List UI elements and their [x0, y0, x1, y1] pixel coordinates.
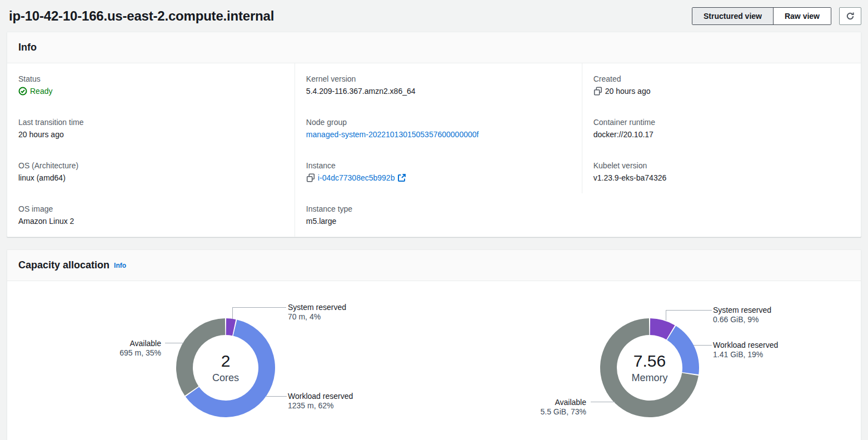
field-label: Kernel version — [306, 73, 571, 84]
cpu-label-system-reserved: System reserved 70 m, 4% — [288, 303, 346, 322]
field-label: Container runtime — [593, 117, 850, 128]
leader-line — [666, 310, 712, 311]
leader-line — [232, 307, 233, 319]
capacity-allocation-panel: Capacity allocation Info 2 Cores System … — [7, 249, 861, 440]
check-circle-icon — [18, 87, 27, 96]
donut-slice-workload-reserved — [667, 326, 699, 374]
copy-icon[interactable] — [306, 173, 315, 182]
field-label: Last transition time — [18, 117, 283, 128]
field-label: OS (Architecture) — [18, 160, 283, 171]
memory-donut-chart: 7.56 Memory — [600, 318, 699, 417]
field-container-runtime: Container runtime docker://20.10.17 — [582, 107, 861, 150]
cpu-donut-chart: 2 Cores — [176, 318, 275, 417]
field-value: 5.4.209-116.367.amzn2.x86_64 — [306, 86, 571, 97]
capacity-info-link[interactable]: Info — [114, 262, 126, 269]
info-row: OS (Architecture) linux (amd64) Instance… — [7, 150, 861, 193]
structured-view-button[interactable]: Structured view — [692, 8, 773, 24]
cpu-label-workload-reserved: Workload reserved 1235 m, 62% — [288, 392, 353, 411]
info-row: Last transition time 20 hours ago Node g… — [7, 107, 861, 150]
field-created: Created 20 hours ago — [582, 63, 861, 107]
field-value: m5.large — [306, 216, 571, 227]
field-value: v1.23.9-eks-ba74326 — [593, 172, 850, 183]
field-kernel-version: Kernel version 5.4.209-116.367.amzn2.x86… — [295, 63, 582, 107]
field-value: 20 hours ago — [18, 129, 283, 140]
info-grid: Status Ready Kernel version 5.4.209-116.… — [7, 63, 861, 237]
info-panel-header: Info — [7, 32, 861, 63]
page-header: ip-10-42-10-166.us-east-2.compute.intern… — [0, 0, 868, 32]
memory-donut-svg — [600, 318, 699, 417]
info-panel: Info Status Ready Kernel version 5.4. — [7, 32, 861, 237]
info-panel-title: Info — [18, 42, 37, 53]
field-os-image: OS image Amazon Linux 2 — [7, 193, 295, 237]
field-label: Kubelet version — [593, 160, 850, 171]
leader-line — [232, 307, 286, 308]
field-label: OS image — [18, 203, 283, 214]
refresh-icon — [846, 12, 855, 21]
capacity-charts: 2 Cores System reserved 70 m, 4% Availab… — [7, 281, 861, 440]
field-label: Created — [593, 73, 850, 84]
external-link-icon[interactable] — [397, 173, 406, 182]
leader-line — [666, 310, 666, 321]
empty-cell — [582, 193, 861, 237]
info-row: Status Ready Kernel version 5.4.209-116.… — [7, 63, 861, 107]
field-label: Status — [18, 73, 283, 84]
field-label: Node group — [306, 117, 571, 128]
view-toggle: Structured view Raw view — [692, 7, 831, 25]
field-value: linux (amd64) — [18, 172, 283, 183]
capacity-panel-title: Capacity allocation — [18, 259, 109, 271]
header-actions: Structured view Raw view — [692, 7, 861, 25]
leader-line — [591, 402, 615, 402]
memory-label-available: Available 5.5 GiB, 73% — [541, 398, 587, 417]
field-kubelet-version: Kubelet version v1.23.9-eks-ba74326 — [582, 150, 861, 193]
cpu-donut-svg — [176, 318, 275, 417]
cpu-label-available: Available 695 m, 35% — [119, 339, 161, 358]
memory-label-workload-reserved: Workload reserved 1.41 GiB, 19% — [713, 341, 778, 359]
field-instance: Instance i-04dc77308ec5b992b — [295, 150, 582, 193]
node-group-link[interactable]: managed-system-2022101301505357600000000… — [306, 129, 479, 140]
leader-line — [165, 343, 183, 343]
field-value: 20 hours ago — [605, 86, 651, 97]
field-value: docker://20.10.17 — [593, 129, 850, 140]
leader-line — [266, 396, 287, 397]
raw-view-button[interactable]: Raw view — [773, 8, 831, 24]
donut-slice-available — [176, 318, 225, 396]
copy-icon[interactable] — [593, 87, 602, 96]
field-status: Status Ready — [7, 63, 295, 107]
refresh-button[interactable] — [839, 7, 861, 25]
memory-label-system-reserved: System reserved 0.66 GiB, 9% — [713, 306, 771, 324]
field-label: Instance type — [306, 203, 571, 214]
field-label: Instance — [306, 160, 571, 171]
status-value: Ready — [30, 86, 52, 97]
field-os-architecture: OS (Architecture) linux (amd64) — [7, 150, 295, 193]
info-row: OS image Amazon Linux 2 Instance type m5… — [7, 193, 861, 237]
field-instance-type: Instance type m5.large — [295, 193, 582, 237]
field-last-transition-time: Last transition time 20 hours ago — [7, 107, 295, 150]
page-title: ip-10-42-10-166.us-east-2.compute.intern… — [9, 8, 274, 24]
leader-line — [694, 345, 712, 346]
field-node-group: Node group managed-system-20221013015053… — [295, 107, 582, 150]
capacity-panel-header: Capacity allocation Info — [7, 250, 861, 281]
instance-link[interactable]: i-04dc77308ec5b992b — [318, 172, 395, 183]
field-value: Amazon Linux 2 — [18, 216, 283, 227]
